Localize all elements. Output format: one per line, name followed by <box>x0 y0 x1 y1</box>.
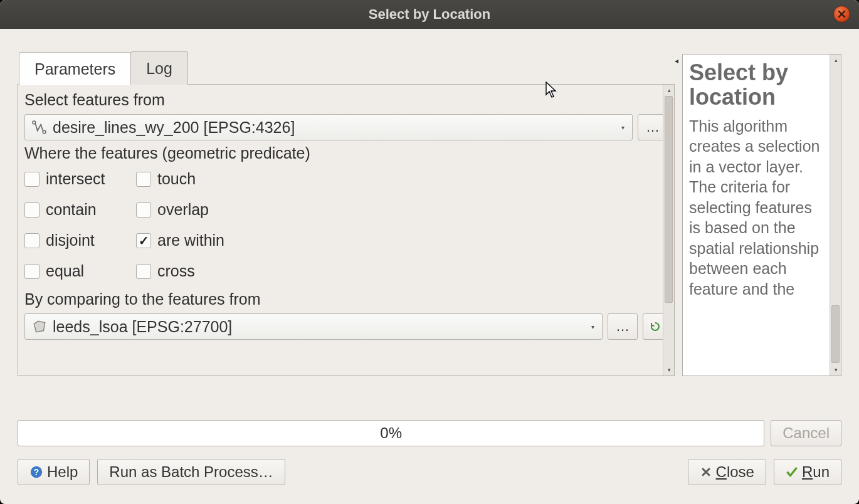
titlebar: Select by Location <box>0 0 859 29</box>
close-label: Close <box>716 463 754 481</box>
close-icon <box>700 466 712 478</box>
checkbox-box <box>136 264 151 279</box>
checkbox-label: contain <box>46 201 97 219</box>
checkbox-label: touch <box>157 170 196 188</box>
parameters-panel: Select features from desire_lines_wy_200… <box>18 84 675 376</box>
run-label: Run <box>802 463 830 481</box>
iterate-icon <box>650 321 661 332</box>
select-from-label: Select features from <box>24 91 668 109</box>
compare-to-browse-button[interactable]: … <box>608 313 638 340</box>
left-column: ◂ Parameters Log Select features from <box>18 29 675 376</box>
close-button[interactable]: Close <box>688 459 766 485</box>
predicate-checkbox-grid: intersect touch contain <box>24 170 668 280</box>
help-scrollbar[interactable]: ▴ ▾ <box>830 55 841 375</box>
splitter-handle-icon[interactable]: ◂ <box>675 56 678 65</box>
tab-parameters[interactable]: Parameters <box>19 52 131 85</box>
checkbox-intersect[interactable]: intersect <box>24 170 132 188</box>
tab-bar: Parameters Log <box>18 51 675 85</box>
polygon-layer-icon <box>31 318 48 335</box>
help-body: This algorithm creates a selection in a … <box>689 116 838 300</box>
predicate-label: Where the features (geometric predicate) <box>24 144 668 162</box>
checkbox-label: disjoint <box>46 231 95 249</box>
checkbox-equal[interactable]: equal <box>24 262 132 280</box>
checkbox-disjoint[interactable]: disjoint <box>24 231 132 249</box>
help-icon: ? <box>29 465 43 479</box>
right-column: Select by location This algorithm create… <box>682 54 841 376</box>
run-batch-button[interactable]: Run as Batch Process… <box>97 459 285 485</box>
svg-point-0 <box>33 121 36 124</box>
check-icon <box>786 466 798 478</box>
scroll-up-icon[interactable]: ▴ <box>663 85 674 96</box>
compare-to-combo[interactable]: leeds_lsoa [EPSG:27700] ▾ <box>24 313 603 340</box>
window-title: Select by Location <box>369 6 490 23</box>
checkbox-contain[interactable]: contain <box>24 201 132 219</box>
scrollbar-thumb[interactable] <box>831 305 840 363</box>
help-panel: Select by location This algorithm create… <box>682 54 841 376</box>
line-layer-icon <box>31 119 48 135</box>
select-from-value: desire_lines_wy_200 [EPSG:4326] <box>53 118 295 137</box>
checkbox-box: ✓ <box>136 233 151 248</box>
checkbox-box <box>24 264 40 279</box>
help-button[interactable]: ? Help <box>18 459 90 485</box>
checkbox-box <box>24 233 40 248</box>
scroll-down-icon[interactable]: ▾ <box>830 364 841 375</box>
compare-to-label: By comparing to the features from <box>24 290 668 308</box>
tab-log[interactable]: Log <box>130 51 188 85</box>
svg-text:?: ? <box>34 468 39 477</box>
run-button[interactable]: Run <box>774 459 841 485</box>
help-title: Select by location <box>689 61 838 110</box>
bottom-bar: 0% Cancel ? Help Run as Batch Process… C… <box>0 382 859 485</box>
select-from-combo[interactable]: desire_lines_wy_200 [EPSG:4326] ▾ <box>24 114 633 140</box>
dropdown-caret-icon: ▾ <box>591 323 594 330</box>
run-batch-label: Run as Batch Process… <box>109 463 273 481</box>
checkbox-box <box>24 172 40 187</box>
checkbox-label: overlap <box>157 201 209 219</box>
cancel-button: Cancel <box>771 420 841 446</box>
help-label: Help <box>47 463 78 481</box>
tab-parameters-label: Parameters <box>34 60 115 78</box>
dialog-body: ◂ Parameters Log Select features from <box>0 29 859 504</box>
ellipsis-label: … <box>646 119 660 135</box>
checkbox-label: equal <box>46 262 84 280</box>
window-close-button[interactable] <box>833 6 850 23</box>
dialog-window: Select by Location ◂ Parameters Log Sele… <box>0 0 859 504</box>
checkbox-cross[interactable]: cross <box>136 262 668 280</box>
main-split: ◂ Parameters Log Select features from <box>0 29 859 382</box>
params-scrollbar[interactable]: ▴ ▾ <box>663 85 674 375</box>
checkbox-box <box>136 202 151 218</box>
scroll-up-icon[interactable]: ▴ <box>830 55 841 66</box>
checkbox-overlap[interactable]: overlap <box>136 201 668 219</box>
tab-log-label: Log <box>146 60 172 77</box>
scroll-down-icon[interactable]: ▾ <box>663 364 674 375</box>
progress-bar: 0% <box>18 420 764 446</box>
checkbox-box <box>136 172 151 187</box>
checkbox-label: cross <box>157 262 195 280</box>
scrollbar-thumb[interactable] <box>665 96 673 303</box>
compare-to-value: leeds_lsoa [EPSG:27700] <box>53 318 232 336</box>
cancel-label: Cancel <box>783 424 830 442</box>
svg-point-1 <box>43 130 46 134</box>
ellipsis-label: … <box>616 318 630 335</box>
checkbox-touch[interactable]: touch <box>136 170 668 188</box>
dropdown-caret-icon: ▾ <box>621 124 624 131</box>
checkbox-label: intersect <box>46 170 105 188</box>
checkbox-label: are within <box>157 231 224 249</box>
close-icon <box>838 10 846 18</box>
checkbox-box <box>24 202 40 218</box>
progress-text: 0% <box>380 424 402 442</box>
checkbox-are-within[interactable]: ✓ are within <box>136 231 668 249</box>
